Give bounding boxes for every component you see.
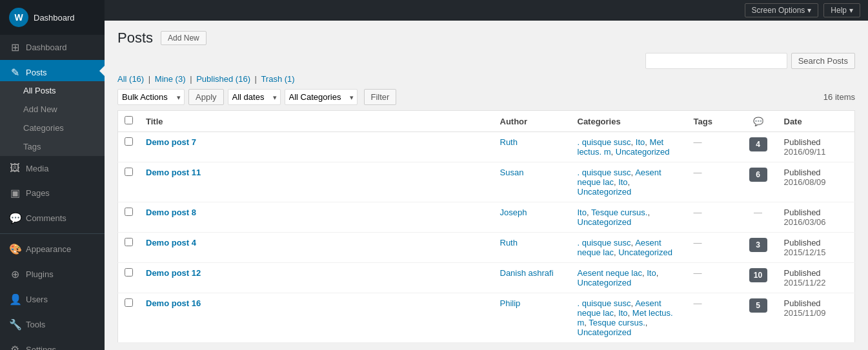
comments-icon: 💬 bbox=[9, 212, 21, 224]
filter-published[interactable]: Published (16) bbox=[196, 74, 250, 84]
category-link[interactable]: Uncategorized bbox=[578, 278, 632, 287]
posts-table: Title Author Categories Tags 💬 Date Demo… bbox=[117, 110, 855, 343]
category-link[interactable]: Aesent neque lac bbox=[578, 268, 642, 278]
post-title-link-5[interactable]: Demo post 16 bbox=[146, 298, 201, 308]
sidebar-logo[interactable]: W Dashboard bbox=[0, 0, 105, 35]
category-link[interactable]: Uncategorized bbox=[618, 248, 672, 257]
comment-bubble-0[interactable]: 4 bbox=[749, 137, 767, 151]
date-value: 2016/09/11 bbox=[784, 147, 826, 157]
date-status: Published bbox=[784, 208, 821, 217]
category-link[interactable]: Ito bbox=[618, 308, 627, 318]
author-link-4[interactable]: Danish ashrafi bbox=[500, 268, 554, 278]
select-all-checkbox[interactable] bbox=[125, 116, 133, 124]
comment-bubble-5[interactable]: 5 bbox=[749, 298, 767, 313]
post-title-link-0[interactable]: Demo post 7 bbox=[146, 137, 196, 147]
category-link[interactable]: Uncategorized bbox=[616, 147, 670, 157]
comment-bubble-4[interactable]: 10 bbox=[749, 268, 767, 282]
category-link[interactable]: Tesque cursus. bbox=[591, 208, 647, 217]
submenu-all-posts[interactable]: All Posts bbox=[0, 81, 105, 100]
category-link[interactable]: Ito bbox=[578, 208, 587, 217]
col-header-date[interactable]: Date bbox=[778, 111, 855, 132]
sidebar-item-appearance[interactable]: 🎨 Appearance bbox=[0, 237, 105, 262]
sidebar-item-settings[interactable]: ⚙ Settings bbox=[0, 337, 105, 350]
author-link-3[interactable]: Ruth bbox=[500, 238, 518, 248]
row-checkbox-2[interactable] bbox=[125, 208, 133, 216]
sidebar-item-media[interactable]: 🖼 Media bbox=[0, 156, 105, 180]
tags-dash: — bbox=[694, 268, 702, 278]
screen-options-button[interactable]: Screen Options ▾ bbox=[745, 3, 819, 17]
filter-trash[interactable]: Trash (1) bbox=[261, 74, 294, 84]
toolbar-row: Bulk Actions Apply All dates All Categor… bbox=[117, 89, 855, 105]
category-link[interactable]: . quisque susc bbox=[578, 168, 631, 177]
categories-select[interactable]: All Categories bbox=[285, 89, 358, 105]
row-checkbox-1[interactable] bbox=[125, 168, 133, 176]
col-header-title[interactable]: Title bbox=[139, 111, 494, 132]
sidebar-item-posts[interactable]: ✎ Posts bbox=[0, 60, 105, 81]
category-link[interactable]: . quisque susc bbox=[578, 238, 631, 248]
sidebar-item-dashboard[interactable]: ⊞ Dashboard bbox=[0, 35, 105, 60]
submenu-add-new[interactable]: Add New bbox=[0, 100, 105, 119]
sidebar-item-plugins[interactable]: ⊕ Plugins bbox=[0, 262, 105, 287]
author-link-0[interactable]: Ruth bbox=[500, 137, 518, 147]
sidebar-item-tools[interactable]: 🔧 Tools bbox=[0, 312, 105, 337]
category-link[interactable]: Tesque cursus. bbox=[589, 318, 645, 327]
row-checkbox-4[interactable] bbox=[125, 268, 133, 277]
row-comments-cell: 3 bbox=[739, 233, 778, 263]
author-link-2[interactable]: Joseph bbox=[500, 208, 527, 217]
category-link[interactable]: Ito bbox=[618, 177, 627, 187]
comment-bubble-3[interactable]: 3 bbox=[749, 238, 767, 252]
row-checkbox-5[interactable] bbox=[125, 298, 133, 307]
row-tags-cell: — bbox=[687, 263, 739, 293]
author-link-1[interactable]: Susan bbox=[500, 168, 524, 177]
users-icon: 👤 bbox=[9, 293, 21, 306]
row-tags-cell: — bbox=[687, 162, 739, 202]
filter-all[interactable]: All (16) bbox=[117, 74, 144, 84]
posts-icon: ✎ bbox=[9, 66, 21, 79]
dashboard-link[interactable]: Dashboard bbox=[34, 13, 75, 23]
row-categories-cell: . quisque susc, Aesent neque lac, Ito, M… bbox=[571, 293, 687, 343]
tags-dash: — bbox=[694, 298, 702, 308]
row-checkbox-cell bbox=[118, 162, 140, 202]
submenu-categories[interactable]: Categories bbox=[0, 119, 105, 137]
row-checkbox-0[interactable] bbox=[125, 137, 133, 146]
row-comments-cell: 6 bbox=[739, 162, 778, 202]
category-link[interactable]: Uncategorized bbox=[578, 217, 632, 227]
category-link[interactable]: . quisque susc bbox=[578, 137, 631, 147]
post-title-link-3[interactable]: Demo post 4 bbox=[146, 238, 196, 248]
category-link[interactable]: . quisque susc bbox=[578, 298, 631, 308]
search-posts-button[interactable]: Search Posts bbox=[791, 53, 855, 69]
category-link[interactable]: Ito bbox=[647, 268, 656, 278]
submenu-tags[interactable]: Tags bbox=[0, 137, 105, 156]
sidebar-item-users[interactable]: 👤 Users bbox=[0, 287, 105, 312]
apply-button[interactable]: Apply bbox=[188, 89, 224, 105]
sidebar-item-pages[interactable]: ▣ Pages bbox=[0, 180, 105, 206]
comment-bubble-1[interactable]: 6 bbox=[749, 168, 767, 182]
post-title-link-2[interactable]: Demo post 8 bbox=[146, 208, 196, 217]
row-comments-cell: 5 bbox=[739, 293, 778, 343]
category-link[interactable]: Uncategorized bbox=[578, 187, 632, 197]
tags-dash: — bbox=[694, 168, 702, 177]
author-link-5[interactable]: Philip bbox=[500, 298, 521, 308]
row-comments-cell: — bbox=[739, 202, 778, 233]
comments-dash: — bbox=[754, 208, 762, 217]
row-tags-cell: — bbox=[687, 202, 739, 233]
row-categories-cell: Ito, Tesque cursus., Uncategorized bbox=[571, 202, 687, 233]
category-link[interactable]: Uncategorized bbox=[578, 327, 632, 337]
post-title-link-4[interactable]: Demo post 12 bbox=[146, 268, 201, 278]
active-arrow bbox=[99, 66, 105, 76]
row-author-cell: Ruth bbox=[494, 132, 571, 162]
col-header-categories: Categories bbox=[571, 111, 687, 132]
search-input[interactable] bbox=[645, 53, 787, 69]
post-title-link-1[interactable]: Demo post 11 bbox=[146, 168, 201, 177]
help-button[interactable]: Help ▾ bbox=[823, 3, 860, 17]
filter-mine[interactable]: Mine (3) bbox=[155, 74, 186, 84]
row-checkbox-3[interactable] bbox=[125, 238, 133, 246]
add-new-button[interactable]: Add New bbox=[161, 31, 207, 45]
row-categories-cell: . quisque susc, Aesent neque lac, Ito, U… bbox=[571, 162, 687, 202]
filter-button[interactable]: Filter bbox=[364, 89, 397, 105]
sidebar-item-comments[interactable]: 💬 Comments bbox=[0, 206, 105, 231]
category-link[interactable]: Ito bbox=[636, 137, 645, 147]
dates-select[interactable]: All dates bbox=[228, 89, 281, 105]
dashboard-icon: ⊞ bbox=[9, 41, 21, 53]
bulk-actions-select[interactable]: Bulk Actions bbox=[117, 89, 185, 105]
